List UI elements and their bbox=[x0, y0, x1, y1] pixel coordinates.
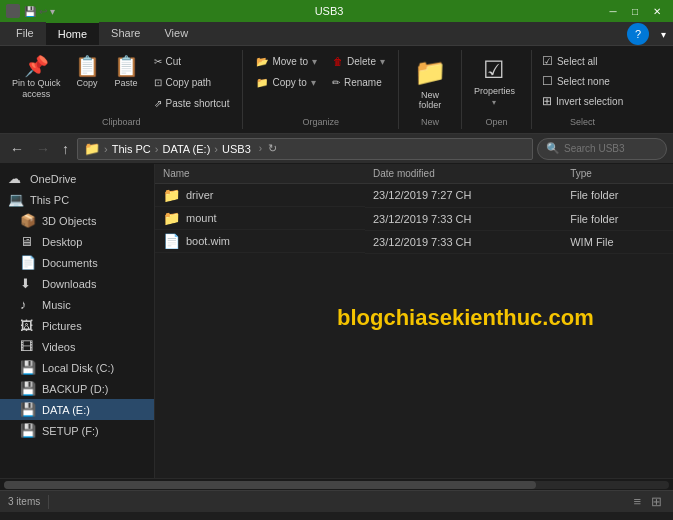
copy-button[interactable]: 📋 Copy bbox=[69, 52, 106, 92]
move-to-button[interactable]: 📂 Move to ▾ bbox=[249, 52, 324, 71]
pin-icon: 📌 bbox=[24, 56, 49, 76]
table-row[interactable]: 📁 mount 23/12/2019 7:33 CH File folder bbox=[155, 207, 673, 230]
sidebar-label-onedrive: OneDrive bbox=[30, 173, 76, 185]
file-date: 23/12/2019 7:27 CH bbox=[365, 184, 562, 208]
sidebar-item-pictures[interactable]: 🖼 Pictures bbox=[0, 315, 154, 336]
ribbon-tab-right: ? ▾ bbox=[627, 23, 673, 45]
sidebar-label-downloads: Downloads bbox=[42, 278, 96, 290]
delete-arrow: ▾ bbox=[380, 56, 385, 67]
app-icon bbox=[6, 4, 20, 18]
search-input[interactable] bbox=[564, 143, 654, 154]
new-label: New bbox=[399, 117, 461, 127]
pin-to-quick-access-button[interactable]: 📌 Pin to Quick access bbox=[6, 52, 67, 104]
sidebar-label-music: Music bbox=[42, 299, 71, 311]
sidebar-item-backupd[interactable]: 💾 BACKUP (D:) bbox=[0, 378, 154, 399]
file-date: 23/12/2019 7:33 CH bbox=[365, 207, 562, 230]
sidebar-item-desktop[interactable]: 🖥 Desktop bbox=[0, 231, 154, 252]
tab-home[interactable]: Home bbox=[46, 21, 99, 45]
sidebar-label-pictures: Pictures bbox=[42, 320, 82, 332]
new-folder-button[interactable]: 📁 New folder bbox=[405, 52, 455, 115]
tab-share[interactable]: Share bbox=[99, 21, 152, 45]
paste-label: Paste bbox=[115, 78, 138, 88]
clipboard-small-buttons: ✂ Cut ⊡ Copy path ⇗ Paste shortcut bbox=[147, 52, 237, 113]
status-separator bbox=[48, 495, 49, 509]
properties-button[interactable]: ☑ Properties ▾ bbox=[468, 52, 521, 111]
invert-selection-button[interactable]: ⊞ Invert selection bbox=[538, 92, 627, 110]
forward-button[interactable]: → bbox=[32, 139, 54, 159]
undo-icon[interactable]: ↩ bbox=[39, 6, 47, 17]
music-icon: ♪ bbox=[20, 297, 36, 312]
copy-path-label: Copy path bbox=[166, 77, 212, 88]
minimize-button[interactable]: ─ bbox=[603, 3, 623, 19]
open-group-content: ☑ Properties ▾ bbox=[468, 52, 525, 127]
sidebar-item-music[interactable]: ♪ Music bbox=[0, 294, 154, 315]
large-icons-view-button[interactable]: ⊞ bbox=[648, 493, 665, 510]
invert-icon: ⊞ bbox=[542, 94, 552, 108]
delete-icon: 🗑 bbox=[333, 56, 343, 67]
sidebar-item-thispc[interactable]: 💻 This PC bbox=[0, 189, 154, 210]
tab-file[interactable]: File bbox=[4, 21, 46, 45]
select-all-button[interactable]: ☑ Select all bbox=[538, 52, 627, 70]
cut-button[interactable]: ✂ Cut bbox=[147, 52, 237, 71]
help-button[interactable]: ? bbox=[627, 23, 649, 45]
copy-path-button[interactable]: ⊡ Copy path bbox=[147, 73, 237, 92]
up-button[interactable]: ↑ bbox=[58, 139, 73, 159]
ribbon-collapse-button[interactable]: ▾ bbox=[653, 26, 673, 42]
organize-group: 📂 Move to ▾ 🗑 Delete ▾ 📁 Copy to ▾ bbox=[243, 50, 398, 129]
watermark: blogchiasekienthuc.com bbox=[337, 305, 594, 331]
file-icon: 📁 bbox=[163, 187, 180, 203]
rename-button[interactable]: ✏ Rename bbox=[325, 73, 389, 92]
sidebar-item-localc[interactable]: 💾 Local Disk (C:) bbox=[0, 357, 154, 378]
quick-save-icon[interactable]: 💾 bbox=[24, 6, 36, 17]
sidebar-item-onedrive[interactable]: ☁ OneDrive bbox=[0, 168, 154, 189]
back-button[interactable]: ← bbox=[6, 139, 28, 159]
sidebar-item-3dobjects[interactable]: 📦 3D Objects bbox=[0, 210, 154, 231]
copy-to-label: Copy to bbox=[272, 77, 306, 88]
delete-button[interactable]: 🗑 Delete ▾ bbox=[326, 52, 392, 71]
select-none-button[interactable]: ☐ Select none bbox=[538, 72, 627, 90]
file-name: driver bbox=[186, 189, 214, 201]
sidebar-item-datae[interactable]: 💾 DATA (E:) bbox=[0, 399, 154, 420]
hscroll-track[interactable] bbox=[4, 481, 669, 489]
col-name[interactable]: Name bbox=[155, 164, 365, 184]
title-bar: 💾 ↩ ▾ USB3 ─ □ ✕ bbox=[0, 0, 673, 22]
sidebar-item-setupf[interactable]: 💾 SETUP (F:) bbox=[0, 420, 154, 441]
title-bar-left: 💾 ↩ ▾ bbox=[6, 4, 55, 18]
new-folder-icon: 📁 bbox=[414, 57, 446, 88]
col-date[interactable]: Date modified bbox=[365, 164, 562, 184]
videos-icon: 🎞 bbox=[20, 339, 36, 354]
file-icon: 📁 bbox=[163, 210, 180, 226]
sidebar-item-documents[interactable]: 📄 Documents bbox=[0, 252, 154, 273]
table-row[interactable]: 📄 boot.wim 23/12/2019 7:33 CH WIM File bbox=[155, 230, 673, 253]
paste-icon: 📋 bbox=[114, 56, 139, 76]
col-type[interactable]: Type bbox=[562, 164, 673, 184]
tab-view[interactable]: View bbox=[152, 21, 200, 45]
open-label: Open bbox=[462, 117, 531, 127]
open-group: ☑ Properties ▾ Open bbox=[462, 50, 532, 129]
pictures-icon: 🖼 bbox=[20, 318, 36, 333]
localc-icon: 💾 bbox=[20, 360, 36, 375]
path-datae: DATA (E:) bbox=[162, 143, 210, 155]
maximize-button[interactable]: □ bbox=[625, 3, 645, 19]
main-content: ☁ OneDrive 💻 This PC 📦 3D Objects 🖥 Desk… bbox=[0, 164, 673, 478]
cut-icon: ✂ bbox=[154, 56, 162, 67]
sidebar-item-videos[interactable]: 🎞 Videos bbox=[0, 336, 154, 357]
search-icon: 🔍 bbox=[546, 142, 560, 155]
address-path[interactable]: 📁 › This PC › DATA (E:) › USB3 › ↻ bbox=[77, 138, 533, 160]
path-refresh-button[interactable]: ↻ bbox=[268, 142, 277, 155]
copy-icon: 📋 bbox=[75, 56, 100, 76]
table-row[interactable]: 📁 driver 23/12/2019 7:27 CH File folder bbox=[155, 184, 673, 208]
new-group: 📁 New folder New bbox=[399, 50, 462, 129]
paste-button[interactable]: 📋 Paste bbox=[108, 52, 145, 92]
paste-shortcut-button[interactable]: ⇗ Paste shortcut bbox=[147, 94, 237, 113]
rename-label: Rename bbox=[344, 77, 382, 88]
hscroll-thumb[interactable] bbox=[4, 481, 536, 489]
sidebar-label-localc: Local Disk (C:) bbox=[42, 362, 114, 374]
pin-label: Pin to Quick access bbox=[12, 78, 61, 100]
path-usb3: USB3 bbox=[222, 143, 251, 155]
sidebar-label-documents: Documents bbox=[42, 257, 98, 269]
copy-to-button[interactable]: 📁 Copy to ▾ bbox=[249, 73, 322, 92]
details-view-button[interactable]: ≡ bbox=[630, 493, 644, 510]
sidebar-item-downloads[interactable]: ⬇ Downloads bbox=[0, 273, 154, 294]
close-button[interactable]: ✕ bbox=[647, 3, 667, 19]
